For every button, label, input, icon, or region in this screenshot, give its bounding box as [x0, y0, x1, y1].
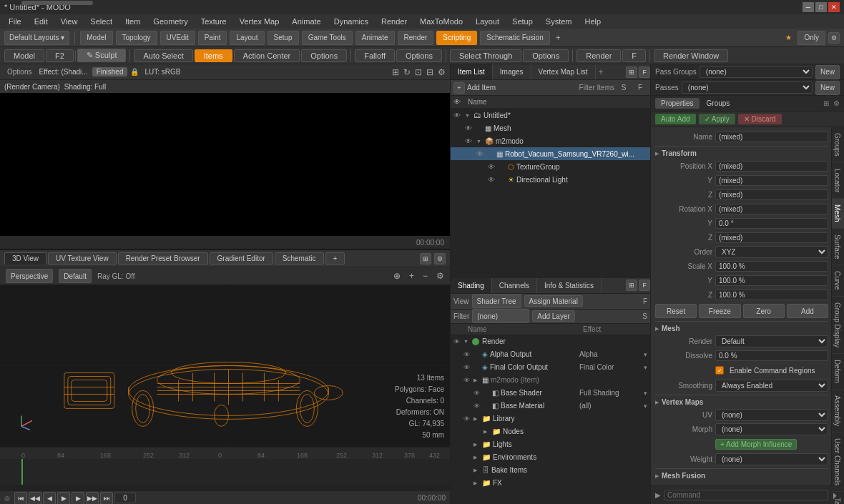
workspace-layout-btn[interactable]: Layout: [230, 31, 264, 45]
add-item-list-tab[interactable]: +: [596, 67, 607, 77]
assign-material-btn[interactable]: Assign Material: [524, 295, 583, 307]
viewport-expand[interactable]: ⊞: [420, 253, 431, 265]
workspace-add-btn[interactable]: +: [553, 33, 564, 43]
filter-dropdown[interactable]: (none): [472, 309, 529, 323]
tab-render[interactable]: Render: [576, 49, 621, 62]
tree-item-robot[interactable]: 👁 ▦ Robot_Vacuum_Samsung_VR7260_wi...: [451, 147, 650, 160]
scale-x-input[interactable]: [715, 261, 828, 272]
menu-help[interactable]: Help: [579, 16, 607, 27]
menu-render[interactable]: Render: [376, 16, 413, 27]
tree-item-mesh[interactable]: 👁 ▦ Mesh: [451, 122, 650, 134]
menu-texture[interactable]: Texture: [195, 16, 232, 27]
viewport-gear-icon[interactable]: ⚙: [436, 271, 444, 281]
tab-vertex-map-list[interactable]: Vertex Map List: [531, 64, 596, 79]
tree-item-untitled[interactable]: 👁 🗂 Untitled*: [451, 109, 650, 122]
workspace-uvedit-btn[interactable]: UVEdit: [160, 31, 195, 45]
shader-envs[interactable]: 📁 Environments: [451, 451, 650, 464]
menu-vertex-map[interactable]: Vertex Map: [234, 16, 285, 27]
new-pass-group-btn[interactable]: New: [815, 65, 840, 79]
vertex-maps-arrow[interactable]: [655, 399, 659, 405]
render-expand-icon[interactable]: ⊞: [392, 67, 399, 77]
eye-mesh[interactable]: 👁: [465, 124, 475, 132]
tree-item-m2modo[interactable]: 👁 📦 m2modo: [451, 134, 650, 147]
new-pass-btn[interactable]: New: [815, 81, 840, 95]
minimize-button[interactable]: ─: [803, 2, 814, 12]
shader-tree-dropdown[interactable]: Shader Tree: [472, 294, 521, 308]
shading-expand[interactable]: ⊞: [626, 280, 637, 291]
tab-options[interactable]: Options: [301, 49, 347, 62]
add-transform-btn[interactable]: Add: [787, 304, 828, 318]
dissolve-input[interactable]: [715, 350, 828, 361]
eye-light[interactable]: 👁: [488, 176, 498, 184]
shader-fx[interactable]: 📁 FX: [451, 477, 650, 490]
eye-texture[interactable]: 👁: [488, 163, 498, 171]
render-zoom-icon[interactable]: ⊟: [426, 67, 433, 77]
rot-z-input[interactable]: [715, 232, 828, 243]
eye-untitled[interactable]: 👁: [453, 112, 463, 119]
item-list-settings[interactable]: F: [639, 66, 650, 78]
mesh-fusion-arrow[interactable]: [655, 473, 659, 479]
side-tab-groups[interactable]: Groups: [832, 127, 844, 163]
side-tab-curve[interactable]: Curve: [832, 265, 844, 297]
shader-lights[interactable]: 📁 Lights: [451, 438, 650, 451]
shader-final-color[interactable]: 👁 ◈ Final Color Output Final Color ▾: [451, 361, 650, 374]
shader-base-shader[interactable]: 👁 ◧ Base Shader Full Shading ▾: [451, 387, 650, 400]
menu-file[interactable]: File: [3, 16, 27, 27]
discard-btn[interactable]: ✕ Discard: [738, 114, 782, 124]
shader-base-material[interactable]: 👁 ◧ Base Material (all) ▾: [451, 400, 650, 412]
mesh-arrow[interactable]: [655, 325, 659, 332]
item-list-expand[interactable]: ⊞: [626, 66, 637, 78]
reset-btn[interactable]: Reset: [655, 304, 697, 318]
side-tab-locator[interactable]: Locator: [832, 163, 844, 199]
menu-maxtomodo[interactable]: MaxToModo: [414, 16, 468, 27]
scale-z-input[interactable]: [715, 290, 828, 300]
tab-groups[interactable]: Groups: [701, 98, 736, 109]
side-tab-tags[interactable]: Tags: [832, 492, 844, 504]
step-fwd-btn[interactable]: ▶: [72, 492, 84, 505]
step-back-btn[interactable]: ◀: [43, 492, 56, 505]
viewport-settings[interactable]: ⚙: [434, 253, 446, 265]
shader-render[interactable]: 👁 Render: [451, 335, 650, 348]
tab-3dview[interactable]: 3D View: [4, 252, 46, 265]
eye-robot[interactable]: 👁: [476, 150, 486, 158]
workspace-gametools-btn[interactable]: Game Tools: [302, 31, 353, 45]
side-tab-assembly[interactable]: Assembly: [832, 390, 844, 433]
tab-images[interactable]: Images: [493, 64, 531, 79]
close-button[interactable]: ✕: [828, 2, 840, 12]
tab-channels[interactable]: Channels: [492, 278, 537, 293]
eye-m2modo[interactable]: 👁: [465, 137, 475, 145]
menu-animate[interactable]: Animate: [286, 16, 326, 27]
menu-system[interactable]: System: [540, 16, 578, 27]
render-options-icon[interactable]: ⚙: [438, 67, 446, 77]
arrow-m2modo[interactable]: [476, 137, 485, 144]
apply-btn[interactable]: ✓ Apply: [699, 114, 735, 124]
shader-bake[interactable]: 🗄 Bake Items: [451, 464, 650, 477]
add-item-btn[interactable]: +: [453, 82, 465, 94]
play-btn[interactable]: ▶: [57, 492, 70, 505]
menu-setup[interactable]: Setup: [506, 16, 539, 27]
tab-st-options[interactable]: Options: [523, 49, 569, 62]
workspace-paint-btn[interactable]: Paint: [198, 31, 227, 45]
zero-btn[interactable]: Zero: [743, 304, 785, 318]
workspace-schematic-btn[interactable]: Schematic Fusion: [480, 31, 549, 45]
viewport-canvas[interactable]: 13 Items Polygons: Face Channels: 0 Defo…: [0, 285, 450, 447]
tree-item-light[interactable]: 👁 ☀ Directional Light: [451, 173, 650, 186]
menu-edit[interactable]: Edit: [29, 16, 54, 27]
tab-render-f[interactable]: F: [622, 49, 646, 62]
name-input[interactable]: [715, 132, 828, 142]
tab-autoselect[interactable]: Auto Select: [134, 49, 192, 62]
tab-schematic[interactable]: Schematic: [275, 252, 324, 265]
tab-sculpt[interactable]: ✎ Sculpt: [77, 49, 127, 62]
tab-add-viewport[interactable]: +: [325, 252, 345, 265]
pass-groups-dropdown[interactable]: (none): [700, 66, 813, 78]
pos-x-input[interactable]: [715, 161, 828, 172]
add-layer-btn[interactable]: Add Layer: [532, 310, 575, 322]
tab-select-through[interactable]: Select Through: [450, 49, 521, 62]
enable-cmd-checkbox[interactable]: ✓: [715, 366, 724, 375]
tab-items[interactable]: Items: [195, 49, 232, 62]
tab-properties[interactable]: Properties: [655, 98, 700, 109]
order-select[interactable]: XYZ: [715, 246, 828, 258]
perspective-dropdown[interactable]: Perspective: [6, 269, 53, 283]
frame-input[interactable]: [114, 493, 136, 503]
tab-falloff[interactable]: Falloff: [355, 49, 395, 62]
